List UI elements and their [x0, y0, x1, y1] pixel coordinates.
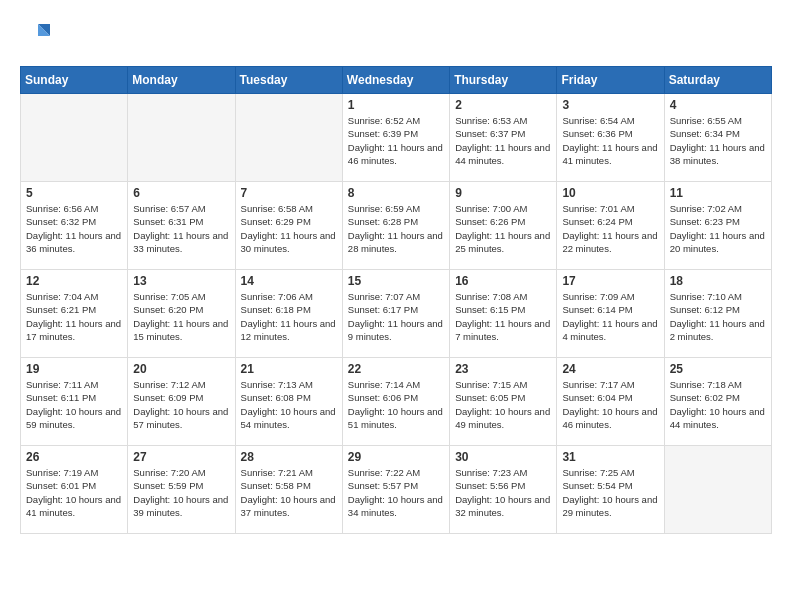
- calendar-day: 26Sunrise: 7:19 AMSunset: 6:01 PMDayligh…: [21, 446, 128, 534]
- day-info: Sunrise: 7:23 AMSunset: 5:56 PMDaylight:…: [455, 466, 551, 519]
- calendar-day: 6Sunrise: 6:57 AMSunset: 6:31 PMDaylight…: [128, 182, 235, 270]
- calendar-day: [128, 94, 235, 182]
- calendar-day: [21, 94, 128, 182]
- weekday-header: Saturday: [664, 67, 771, 94]
- day-info: Sunrise: 6:55 AMSunset: 6:34 PMDaylight:…: [670, 114, 766, 167]
- day-info: Sunrise: 7:14 AMSunset: 6:06 PMDaylight:…: [348, 378, 444, 431]
- day-info: Sunrise: 7:13 AMSunset: 6:08 PMDaylight:…: [241, 378, 337, 431]
- calendar-day: 11Sunrise: 7:02 AMSunset: 6:23 PMDayligh…: [664, 182, 771, 270]
- day-number: 29: [348, 450, 444, 464]
- calendar-day: 15Sunrise: 7:07 AMSunset: 6:17 PMDayligh…: [342, 270, 449, 358]
- calendar-day: 3Sunrise: 6:54 AMSunset: 6:36 PMDaylight…: [557, 94, 664, 182]
- day-info: Sunrise: 6:53 AMSunset: 6:37 PMDaylight:…: [455, 114, 551, 167]
- day-number: 14: [241, 274, 337, 288]
- day-number: 26: [26, 450, 122, 464]
- day-info: Sunrise: 6:59 AMSunset: 6:28 PMDaylight:…: [348, 202, 444, 255]
- day-number: 9: [455, 186, 551, 200]
- day-info: Sunrise: 6:57 AMSunset: 6:31 PMDaylight:…: [133, 202, 229, 255]
- calendar-day: [235, 94, 342, 182]
- day-number: 25: [670, 362, 766, 376]
- day-number: 15: [348, 274, 444, 288]
- calendar-day: 25Sunrise: 7:18 AMSunset: 6:02 PMDayligh…: [664, 358, 771, 446]
- weekday-header: Tuesday: [235, 67, 342, 94]
- page-header: [20, 20, 772, 50]
- day-number: 5: [26, 186, 122, 200]
- day-info: Sunrise: 7:08 AMSunset: 6:15 PMDaylight:…: [455, 290, 551, 343]
- calendar-day: 29Sunrise: 7:22 AMSunset: 5:57 PMDayligh…: [342, 446, 449, 534]
- calendar-day: 5Sunrise: 6:56 AMSunset: 6:32 PMDaylight…: [21, 182, 128, 270]
- day-number: 24: [562, 362, 658, 376]
- day-info: Sunrise: 7:11 AMSunset: 6:11 PMDaylight:…: [26, 378, 122, 431]
- day-number: 20: [133, 362, 229, 376]
- day-info: Sunrise: 7:10 AMSunset: 6:12 PMDaylight:…: [670, 290, 766, 343]
- day-number: 4: [670, 98, 766, 112]
- day-number: 22: [348, 362, 444, 376]
- calendar-day: 2Sunrise: 6:53 AMSunset: 6:37 PMDaylight…: [450, 94, 557, 182]
- day-info: Sunrise: 6:56 AMSunset: 6:32 PMDaylight:…: [26, 202, 122, 255]
- calendar-day: 30Sunrise: 7:23 AMSunset: 5:56 PMDayligh…: [450, 446, 557, 534]
- calendar-day: 19Sunrise: 7:11 AMSunset: 6:11 PMDayligh…: [21, 358, 128, 446]
- calendar-day: 21Sunrise: 7:13 AMSunset: 6:08 PMDayligh…: [235, 358, 342, 446]
- weekday-header: Friday: [557, 67, 664, 94]
- calendar-week-row: 12Sunrise: 7:04 AMSunset: 6:21 PMDayligh…: [21, 270, 772, 358]
- calendar-day: 28Sunrise: 7:21 AMSunset: 5:58 PMDayligh…: [235, 446, 342, 534]
- calendar-day: 18Sunrise: 7:10 AMSunset: 6:12 PMDayligh…: [664, 270, 771, 358]
- day-info: Sunrise: 7:06 AMSunset: 6:18 PMDaylight:…: [241, 290, 337, 343]
- calendar-day: 14Sunrise: 7:06 AMSunset: 6:18 PMDayligh…: [235, 270, 342, 358]
- day-number: 23: [455, 362, 551, 376]
- logo-icon: [20, 20, 50, 50]
- day-info: Sunrise: 7:18 AMSunset: 6:02 PMDaylight:…: [670, 378, 766, 431]
- calendar-day: 1Sunrise: 6:52 AMSunset: 6:39 PMDaylight…: [342, 94, 449, 182]
- day-number: 28: [241, 450, 337, 464]
- day-info: Sunrise: 7:02 AMSunset: 6:23 PMDaylight:…: [670, 202, 766, 255]
- day-info: Sunrise: 7:22 AMSunset: 5:57 PMDaylight:…: [348, 466, 444, 519]
- day-info: Sunrise: 7:07 AMSunset: 6:17 PMDaylight:…: [348, 290, 444, 343]
- day-number: 8: [348, 186, 444, 200]
- day-info: Sunrise: 7:12 AMSunset: 6:09 PMDaylight:…: [133, 378, 229, 431]
- calendar-day: 9Sunrise: 7:00 AMSunset: 6:26 PMDaylight…: [450, 182, 557, 270]
- day-number: 27: [133, 450, 229, 464]
- day-number: 13: [133, 274, 229, 288]
- calendar-day: [664, 446, 771, 534]
- calendar-day: 13Sunrise: 7:05 AMSunset: 6:20 PMDayligh…: [128, 270, 235, 358]
- logo: [20, 20, 54, 50]
- weekday-header: Wednesday: [342, 67, 449, 94]
- weekday-header-row: SundayMondayTuesdayWednesdayThursdayFrid…: [21, 67, 772, 94]
- day-number: 2: [455, 98, 551, 112]
- day-info: Sunrise: 7:21 AMSunset: 5:58 PMDaylight:…: [241, 466, 337, 519]
- day-number: 7: [241, 186, 337, 200]
- calendar-day: 27Sunrise: 7:20 AMSunset: 5:59 PMDayligh…: [128, 446, 235, 534]
- day-number: 21: [241, 362, 337, 376]
- day-number: 3: [562, 98, 658, 112]
- day-info: Sunrise: 6:58 AMSunset: 6:29 PMDaylight:…: [241, 202, 337, 255]
- calendar-day: 7Sunrise: 6:58 AMSunset: 6:29 PMDaylight…: [235, 182, 342, 270]
- calendar-day: 8Sunrise: 6:59 AMSunset: 6:28 PMDaylight…: [342, 182, 449, 270]
- day-number: 6: [133, 186, 229, 200]
- calendar-table: SundayMondayTuesdayWednesdayThursdayFrid…: [20, 66, 772, 534]
- day-number: 19: [26, 362, 122, 376]
- day-number: 16: [455, 274, 551, 288]
- calendar-week-row: 5Sunrise: 6:56 AMSunset: 6:32 PMDaylight…: [21, 182, 772, 270]
- day-number: 1: [348, 98, 444, 112]
- day-info: Sunrise: 7:15 AMSunset: 6:05 PMDaylight:…: [455, 378, 551, 431]
- calendar-day: 17Sunrise: 7:09 AMSunset: 6:14 PMDayligh…: [557, 270, 664, 358]
- day-number: 18: [670, 274, 766, 288]
- calendar-day: 16Sunrise: 7:08 AMSunset: 6:15 PMDayligh…: [450, 270, 557, 358]
- day-number: 12: [26, 274, 122, 288]
- calendar-week-row: 19Sunrise: 7:11 AMSunset: 6:11 PMDayligh…: [21, 358, 772, 446]
- day-info: Sunrise: 7:01 AMSunset: 6:24 PMDaylight:…: [562, 202, 658, 255]
- day-info: Sunrise: 7:09 AMSunset: 6:14 PMDaylight:…: [562, 290, 658, 343]
- day-info: Sunrise: 7:25 AMSunset: 5:54 PMDaylight:…: [562, 466, 658, 519]
- day-number: 31: [562, 450, 658, 464]
- day-number: 11: [670, 186, 766, 200]
- day-info: Sunrise: 6:52 AMSunset: 6:39 PMDaylight:…: [348, 114, 444, 167]
- day-info: Sunrise: 7:00 AMSunset: 6:26 PMDaylight:…: [455, 202, 551, 255]
- calendar-week-row: 1Sunrise: 6:52 AMSunset: 6:39 PMDaylight…: [21, 94, 772, 182]
- weekday-header: Monday: [128, 67, 235, 94]
- day-number: 10: [562, 186, 658, 200]
- calendar-day: 12Sunrise: 7:04 AMSunset: 6:21 PMDayligh…: [21, 270, 128, 358]
- calendar-week-row: 26Sunrise: 7:19 AMSunset: 6:01 PMDayligh…: [21, 446, 772, 534]
- weekday-header: Sunday: [21, 67, 128, 94]
- calendar-day: 10Sunrise: 7:01 AMSunset: 6:24 PMDayligh…: [557, 182, 664, 270]
- weekday-header: Thursday: [450, 67, 557, 94]
